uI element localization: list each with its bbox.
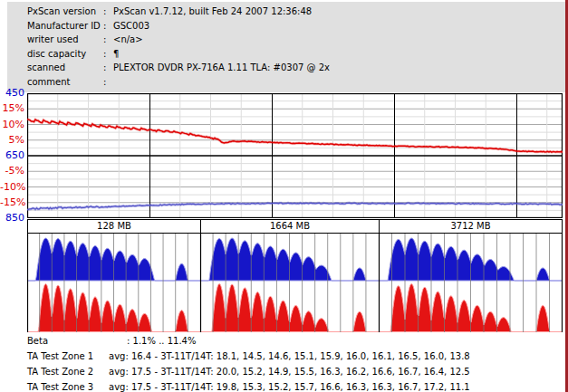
colon: : bbox=[103, 75, 113, 90]
zone-label-box-2: 1664 MB bbox=[201, 220, 380, 233]
info-value: PxScan v1.7.12, built Feb 24 2007 12:36:… bbox=[113, 6, 312, 16]
y-axis-tick-label: -15% bbox=[0, 196, 24, 209]
colon: : bbox=[103, 19, 113, 33]
zone-label: 3712 MB bbox=[450, 221, 490, 231]
y-axis-tick-label: 850 bbox=[0, 212, 24, 225]
result-value: avg: 16.4 - 3T-11T/14T: 18.1, 14.5, 14.6… bbox=[109, 350, 470, 363]
info-value: <n/a> bbox=[113, 34, 143, 44]
y-axis-tick-label: 15% bbox=[0, 102, 24, 115]
result-value: avg: 17.5 - 3T-11T/14T: 19.8, 15.3, 15.2… bbox=[109, 381, 470, 392]
info-label: Manufacturer ID bbox=[27, 19, 103, 33]
info-value: GSC003 bbox=[113, 21, 149, 31]
info-label: PxScan version bbox=[27, 5, 103, 19]
result-value: : 1.1% .. 11.4% bbox=[127, 335, 196, 348]
x-axis-zone-band: 128 MB 1664 MB 3712 MB bbox=[27, 219, 563, 234]
zone-label: 128 MB bbox=[97, 221, 131, 231]
info-label: disc capacity bbox=[27, 47, 103, 62]
ta-zone1-result-row: TA Test Zone 1avg: 16.4 - 3T-11T/14T: 18… bbox=[0, 350, 568, 364]
beta-asymmetry-chart bbox=[27, 93, 563, 218]
result-value: avg: 17.5 - 3T-11T/14T: 20.0, 15.2, 14.9… bbox=[109, 366, 470, 378]
ta-zone2-result-row: TA Test Zone 2avg: 17.5 - 3T-11T/14T: 20… bbox=[0, 366, 568, 379]
ta-zone3-result-row: TA Test Zone 3avg: 17.5 - 3T-11T/14T: 19… bbox=[0, 381, 568, 392]
ta-histogram-chart bbox=[27, 234, 563, 332]
colon: : bbox=[103, 33, 113, 47]
beta-result-row: Beta: 1.1% .. 11.4% bbox=[0, 335, 568, 349]
info-row-version: PxScan version:PxScan v1.7.12, built Feb… bbox=[7, 5, 565, 19]
y-axis-tick-label: 450 bbox=[0, 87, 24, 100]
result-label: TA Test Zone 3 bbox=[27, 381, 93, 392]
result-label: Beta bbox=[27, 335, 48, 348]
info-row-comment: comment: bbox=[7, 75, 565, 90]
y-axis-tick-label: 10% bbox=[0, 119, 24, 131]
zone-label-box-1: 128 MB bbox=[28, 220, 201, 233]
y-axis-tick-label: 5% bbox=[0, 134, 24, 147]
colon: : bbox=[103, 5, 113, 19]
result-label: TA Test Zone 1 bbox=[27, 350, 93, 363]
zone-label-box-3: 3712 MB bbox=[380, 220, 562, 233]
scan-info-panel: PxScan version:PxScan v1.7.12, built Feb… bbox=[7, 2, 565, 92]
y-axis-tick-label: 650 bbox=[0, 149, 24, 162]
info-row-scanned: scanned:PLEXTOR DVDR PX-716A 1.11 TLA: #… bbox=[7, 61, 565, 75]
result-label: TA Test Zone 2 bbox=[27, 366, 93, 378]
info-value: ¶ bbox=[113, 49, 119, 59]
y-axis-tick-label: -5% bbox=[0, 165, 24, 177]
info-label: comment bbox=[27, 75, 103, 90]
info-label: scanned bbox=[27, 61, 103, 75]
colon: : bbox=[103, 47, 113, 62]
y-axis-tick-label: -10% bbox=[0, 181, 24, 194]
colon: : bbox=[103, 61, 113, 75]
info-value: PLEXTOR DVDR PX-716A 1.11 TLA: #0307 @ 2… bbox=[113, 62, 330, 72]
pxscan-report: PxScan version:PxScan v1.7.12, built Feb… bbox=[0, 0, 568, 392]
info-label: writer used bbox=[27, 33, 103, 47]
info-row-capacity: disc capacity:¶ bbox=[7, 47, 565, 62]
zone-label: 1664 MB bbox=[270, 221, 310, 231]
info-row-manufacturer: Manufacturer ID:GSC003 bbox=[7, 19, 565, 33]
info-row-writer: writer used:<n/a> bbox=[7, 33, 565, 47]
